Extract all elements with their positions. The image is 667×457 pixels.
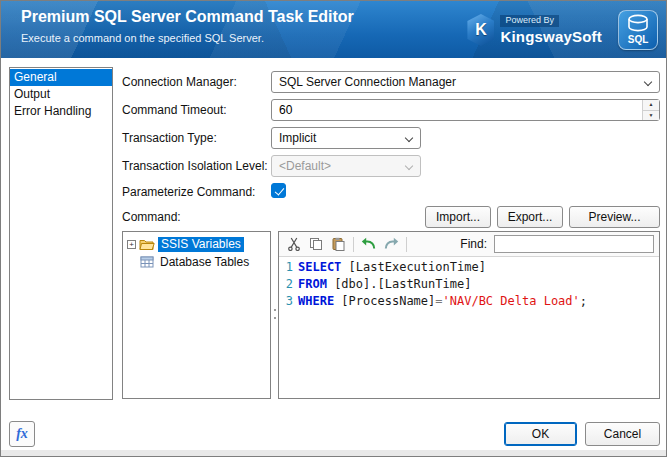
copy-icon — [309, 237, 323, 251]
chevron-down-icon — [405, 134, 413, 142]
category-list: General Output Error Handling — [9, 67, 113, 400]
tree-item-ssis-variables[interactable]: + SSIS Variables — [123, 235, 270, 253]
dialog-title: Premium SQL Server Command Task Editor — [21, 8, 354, 26]
chevron-down-icon — [405, 162, 413, 170]
code-line: 1SELECT [LastExecutionTime] — [279, 259, 659, 276]
kingswaysoft-k-icon: K — [467, 14, 494, 46]
toolbar-divider — [353, 237, 354, 252]
toolbar-divider — [406, 237, 407, 252]
grip-dots-icon — [274, 309, 276, 311]
token: 'NAV/BC Delta Load' — [443, 294, 580, 308]
dialog-window: Premium SQL Server Command Task Editor E… — [0, 0, 667, 457]
sql-server-icon: SQL — [618, 10, 658, 50]
code-text: FROM [dbo].[LastRunTime] — [298, 276, 471, 293]
copy-button[interactable] — [306, 234, 326, 254]
kingswaysoft-text: Powered By KingswaySoft — [500, 15, 602, 45]
ok-button[interactable]: OK — [504, 422, 577, 446]
code-text: SELECT [LastExecutionTime] — [298, 259, 486, 276]
folder-icon — [139, 238, 155, 251]
transaction-type-value: Implicit — [279, 131, 316, 145]
export-button[interactable]: Export... — [497, 206, 563, 228]
command-label: Command: — [122, 210, 181, 224]
transaction-isolation-label: Transaction Isolation Level: — [122, 159, 268, 173]
code-lines: 1SELECT [LastExecutionTime]2FROM [dbo].[… — [279, 259, 659, 310]
line-number: 1 — [279, 259, 298, 276]
expand-plus-icon[interactable]: + — [127, 240, 136, 249]
database-cylinder-icon: SQL — [624, 12, 652, 48]
category-item-general[interactable]: General — [10, 69, 112, 86]
transaction-type-label: Transaction Type: — [122, 131, 217, 145]
token: = — [435, 294, 442, 308]
command-source-tree: + SSIS Variables Database Tables — [122, 231, 271, 399]
spin-down-button[interactable]: ▼ — [643, 110, 659, 121]
scissors-icon — [287, 237, 301, 251]
paste-button[interactable] — [328, 234, 348, 254]
line-number: 3 — [279, 293, 298, 310]
window-bottom-edge — [1, 450, 666, 456]
connection-manager-label: Connection Manager: — [122, 75, 237, 89]
code-area[interactable]: 1SELECT [LastExecutionTime]2FROM [dbo].[… — [279, 257, 659, 398]
sql-editor: Find: 1SELECT [LastExecutionTime]2FROM [… — [278, 231, 660, 399]
connection-manager-value: SQL Server Connection Manager — [279, 75, 456, 89]
undo-icon — [361, 236, 377, 252]
transaction-isolation-value: <Default> — [279, 159, 331, 173]
transaction-type-select[interactable]: Implicit — [271, 127, 421, 149]
token: [LastExecutionTime] — [349, 260, 486, 274]
tree-label-ssis-variables[interactable]: SSIS Variables — [158, 237, 244, 252]
dialog-header: Premium SQL Server Command Task Editor E… — [1, 1, 666, 58]
tree-label-database-tables[interactable]: Database Tables — [157, 255, 252, 270]
preview-button[interactable]: Preview... — [569, 206, 660, 228]
header-branding: K Powered By KingswaySoft SQL — [467, 10, 658, 50]
connection-manager-select[interactable]: SQL Server Connection Manager — [271, 71, 660, 93]
powered-by-label: Powered By — [500, 15, 559, 27]
token — [341, 260, 348, 274]
find-input[interactable] — [494, 235, 654, 253]
timeout-spinner: ▲ ▼ — [642, 100, 659, 120]
chevron-down-icon — [644, 78, 652, 86]
cut-button[interactable] — [284, 234, 304, 254]
redo-icon — [383, 236, 399, 252]
parameterize-checkbox[interactable] — [271, 183, 286, 198]
find-label: Find: — [460, 237, 487, 251]
code-line: 3WHERE [ProcessName]='NAV/BC Delta Load'… — [279, 293, 659, 310]
token: WHERE — [298, 294, 334, 308]
command-timeout-field: ▲ ▼ — [271, 99, 660, 121]
token: [ProcessName] — [341, 294, 435, 308]
tree-item-database-tables[interactable]: Database Tables — [123, 253, 270, 271]
category-item-output[interactable]: Output — [10, 86, 112, 103]
dialog-subtitle: Execute a command on the specified SQL S… — [21, 32, 264, 44]
code-line: 2FROM [dbo].[LastRunTime] — [279, 276, 659, 293]
code-text: WHERE [ProcessName]='NAV/BC Delta Load'; — [298, 293, 587, 310]
token: SELECT — [298, 260, 341, 274]
command-timeout-input[interactable] — [271, 99, 660, 121]
category-item-error-handling[interactable]: Error Handling — [10, 103, 112, 120]
panel-splitter[interactable] — [271, 231, 278, 399]
table-icon — [140, 256, 154, 268]
kingswaysoft-logo: K Powered By KingswaySoft — [467, 14, 602, 46]
token: FROM — [298, 277, 327, 291]
cancel-button[interactable]: Cancel — [585, 422, 660, 446]
paste-icon — [331, 237, 345, 251]
spin-up-button[interactable]: ▲ — [643, 100, 659, 110]
token: ; — [580, 294, 587, 308]
line-number: 2 — [279, 276, 298, 293]
expression-fx-button[interactable]: fx — [9, 421, 35, 447]
redo-button[interactable] — [381, 234, 401, 254]
svg-text:SQL: SQL — [628, 34, 649, 45]
command-timeout-label: Command Timeout: — [122, 103, 227, 117]
parameterize-command-label: Parameterize Command: — [122, 185, 255, 199]
undo-button[interactable] — [359, 234, 379, 254]
transaction-isolation-select: <Default> — [271, 155, 421, 177]
import-button[interactable]: Import... — [425, 206, 491, 228]
editor-toolbar: Find: — [279, 232, 659, 257]
token: [dbo].[LastRunTime] — [334, 277, 471, 291]
brand-name: KingswaySoft — [500, 29, 602, 46]
